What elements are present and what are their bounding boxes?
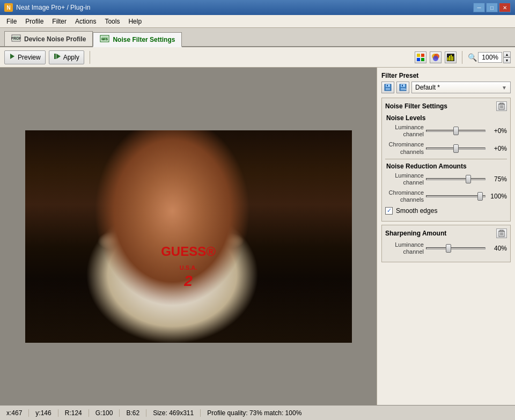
status-y: y:146	[29, 409, 58, 417]
color-tool-2[interactable]	[430, 51, 442, 63]
zoom-scroll[interactable]: ▲ ▼	[503, 51, 511, 63]
title-bar-left: N Neat Image Pro+ / Plug-in	[4, 3, 90, 12]
noise-filter-settings-section: Noise Filter Settings Noise Levels Lum	[381, 98, 511, 222]
noise-chrominance-value: +0%	[488, 145, 507, 152]
title-bar: N Neat Image Pro+ / Plug-in ─ □ ✕	[0, 0, 515, 15]
color-tool-1[interactable]	[415, 51, 426, 63]
preset-dropdown-value: Default *	[415, 84, 440, 91]
toolbar: Preview Apply	[0, 47, 515, 68]
noise-luminance-value: +0%	[488, 127, 507, 135]
reduction-luminance-thumb[interactable]	[466, 175, 471, 183]
status-size: Size: 469x311	[146, 409, 201, 417]
svg-text:+: +	[404, 87, 407, 91]
canvas-area[interactable]: GUESS®U.S.A.2	[0, 68, 377, 405]
tab-device-noise[interactable]: PROF Device Noise Profile	[4, 31, 93, 46]
svg-rect-12	[421, 58, 424, 61]
toolbar-separator-1	[90, 51, 90, 64]
sharpening-section-header: Sharpening Amount	[385, 229, 507, 238]
sharpening-section: Sharpening Amount Luminancechannel	[381, 225, 511, 262]
noise-chrominance-row: Chrominancechannels +0%	[385, 141, 507, 155]
noise-chrominance-track	[426, 148, 485, 150]
svg-rect-11	[417, 58, 420, 61]
menu-profile[interactable]: Profile	[21, 17, 48, 26]
reduction-chrominance-track	[426, 195, 485, 197]
main-content: GUESS®U.S.A.2 Filter Preset	[0, 68, 515, 405]
reduction-luminance-track	[426, 178, 485, 180]
noise-luminance-slider[interactable]	[426, 127, 485, 135]
reduction-chrominance-value: 100%	[488, 193, 507, 200]
menu-actions[interactable]: Actions	[71, 17, 100, 26]
svg-rect-28	[402, 85, 403, 86]
preview-button[interactable]: Preview	[4, 50, 46, 64]
menu-filter[interactable]: Filter	[48, 17, 71, 26]
svg-rect-18	[449, 56, 450, 61]
maximize-button[interactable]: □	[486, 3, 498, 12]
section-divider	[385, 159, 507, 159]
status-quality: Profile quality: 73% match: 100%	[201, 409, 308, 417]
svg-text:NFS: NFS	[101, 38, 108, 41]
tab-device-noise-label: Device Noise Profile	[24, 35, 86, 43]
filter-preset-row: + Default * ▼	[381, 82, 511, 93]
sharpening-luminance-slider[interactable]	[426, 244, 485, 253]
close-button[interactable]: ✕	[499, 3, 511, 12]
zoom-controls: 🔍 100% ▲ ▼	[468, 51, 511, 63]
sharpening-luminance-value: 40%	[488, 245, 507, 252]
noise-filter-delete-button[interactable]	[496, 101, 507, 111]
svg-rect-23	[386, 88, 390, 90]
menu-help[interactable]: Help	[124, 17, 146, 26]
sharpening-luminance-label: Luminancechannel	[385, 241, 424, 255]
zoom-up-button[interactable]: ▲	[503, 51, 511, 57]
apply-button[interactable]: Apply	[49, 50, 84, 64]
toolbar-separator-2	[462, 51, 462, 64]
frequency-tool[interactable]	[445, 51, 457, 63]
menu-tools[interactable]: Tools	[100, 17, 124, 26]
smooth-edges-row: Smooth edges	[385, 207, 507, 215]
preset-dropdown[interactable]: Default * ▼	[411, 82, 511, 93]
noise-luminance-row: Luminancechannel +0%	[385, 124, 507, 138]
svg-point-15	[433, 56, 438, 61]
image-canvas: GUESS®U.S.A.2	[25, 130, 352, 343]
reduction-chrominance-slider[interactable]	[426, 192, 485, 201]
svg-text:PROF: PROF	[11, 36, 21, 40]
sharpening-delete-button[interactable]	[496, 229, 507, 238]
svg-marker-6	[10, 54, 14, 59]
svg-rect-24	[387, 85, 388, 86]
step-forward-icon	[54, 53, 61, 61]
noise-filter-section-header: Noise Filter Settings	[385, 101, 507, 111]
noise-chrominance-label: Chrominancechannels	[385, 141, 424, 155]
tab-noise-filter-label: Noise Filter Settings	[113, 36, 175, 43]
menu-file[interactable]: File	[2, 17, 21, 26]
noise-chrominance-thumb[interactable]	[453, 144, 459, 153]
play-icon	[9, 53, 16, 61]
smooth-edges-checkbox[interactable]	[385, 207, 393, 215]
preset-save-button[interactable]	[381, 82, 394, 93]
menu-bar: File Profile Filter Actions Tools Help	[0, 15, 515, 28]
noise-reduction-title: Noise Reduction Amounts	[385, 163, 507, 170]
svg-rect-17	[447, 57, 448, 61]
svg-rect-10	[421, 54, 424, 57]
reduction-luminance-slider[interactable]	[426, 175, 485, 183]
status-bar: x:467 y:146 R:124 G:100 B:62 Size: 469x3…	[0, 405, 515, 420]
preset-save-as-button[interactable]: +	[396, 82, 409, 93]
tab-noise-filter[interactable]: NFS Noise Filter Settings	[93, 32, 182, 47]
apply-label: Apply	[63, 54, 79, 61]
status-g: G:100	[89, 409, 120, 417]
svg-rect-32	[500, 103, 503, 104]
window-controls: ─ □ ✕	[473, 3, 511, 12]
svg-rect-20	[452, 56, 453, 61]
svg-rect-19	[451, 55, 452, 61]
device-noise-tab-icon: PROF	[11, 34, 21, 43]
noise-chrominance-slider[interactable]	[426, 144, 485, 153]
reduction-chrominance-thumb[interactable]	[477, 192, 483, 201]
sharpening-luminance-thumb[interactable]	[446, 244, 451, 253]
guess-logo: GUESS®U.S.A.2	[161, 245, 216, 290]
zoom-down-button[interactable]: ▼	[503, 57, 511, 63]
minimize-button[interactable]: ─	[473, 3, 485, 12]
reduction-chrominance-row: Chrominancechannels 100%	[385, 189, 507, 203]
noise-filter-section-title: Noise Filter Settings	[385, 102, 447, 110]
noise-luminance-thumb[interactable]	[453, 127, 459, 135]
tab-bar: PROF Device Noise Profile NFS Noise Filt…	[0, 28, 515, 47]
smooth-edges-label: Smooth edges	[396, 207, 437, 215]
status-b: B:62	[120, 409, 146, 417]
svg-rect-9	[417, 54, 420, 57]
